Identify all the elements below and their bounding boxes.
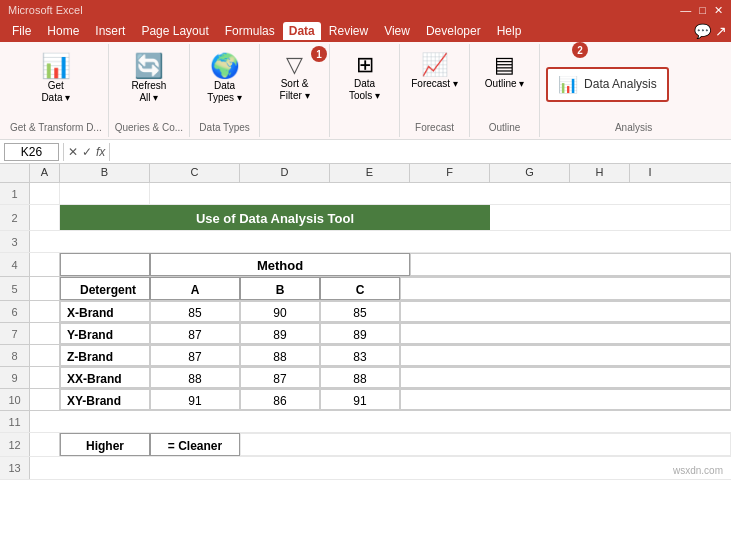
comment-icon[interactable]: 💬: [694, 23, 711, 39]
get-data-label: GetData ▾: [41, 80, 70, 104]
col-header-b[interactable]: B: [60, 164, 150, 182]
cell-b12-higher[interactable]: Higher: [60, 433, 150, 456]
cell-b4[interactable]: [60, 253, 150, 276]
cell-a2[interactable]: [30, 205, 60, 230]
col-header-g[interactable]: G: [490, 164, 570, 182]
forecast-btn[interactable]: 📈 Forecast ▾: [407, 48, 462, 94]
menu-data[interactable]: Data: [283, 22, 321, 40]
cell-rest-12[interactable]: [240, 433, 731, 456]
cell-c8[interactable]: 87: [150, 345, 240, 366]
cell-b7-label[interactable]: Y-Brand: [60, 323, 150, 344]
cell-a5[interactable]: [30, 277, 60, 300]
cell-c10[interactable]: 91: [150, 389, 240, 410]
cell-f9[interactable]: [400, 367, 731, 388]
col-header-a[interactable]: A: [30, 164, 60, 182]
cell-d8[interactable]: 88: [240, 345, 320, 366]
header-c[interactable]: C: [320, 277, 400, 300]
cell-row3[interactable]: [30, 231, 731, 252]
data-tools-btn[interactable]: ⊞ DataTools ▾: [345, 48, 384, 106]
cell-d6[interactable]: 90: [240, 301, 320, 322]
cell-e9[interactable]: 88: [320, 367, 400, 388]
spreadsheet-row-11: 11: [0, 411, 731, 433]
outline-btn[interactable]: ▤ Outline ▾: [481, 48, 528, 94]
header-a[interactable]: A: [150, 277, 240, 300]
cell-f10[interactable]: [400, 389, 731, 410]
cell-d10[interactable]: 86: [240, 389, 320, 410]
ribbon-group-get-transform: 📊 GetData ▾ Get & Transform D...: [4, 44, 109, 137]
data-analysis-btn[interactable]: 📊 Data Analysis: [546, 67, 669, 102]
get-data-btn[interactable]: 📊 GetData ▾: [37, 48, 75, 108]
cell-row11[interactable]: [30, 411, 731, 432]
maximize-btn[interactable]: □: [699, 4, 706, 17]
cell-c9[interactable]: 88: [150, 367, 240, 388]
col-header-f[interactable]: F: [410, 164, 490, 182]
menu-help[interactable]: Help: [489, 22, 530, 40]
cell-ref-box[interactable]: [4, 143, 59, 161]
col-header-e[interactable]: E: [330, 164, 410, 182]
cell-c6[interactable]: 85: [150, 301, 240, 322]
col-header-c[interactable]: C: [150, 164, 240, 182]
cell-a8[interactable]: [30, 345, 60, 366]
cell-g2[interactable]: [490, 205, 731, 230]
title-cell[interactable]: Use of Data Analysis Tool: [60, 205, 490, 230]
cell-d7[interactable]: 89: [240, 323, 320, 344]
cell-e7[interactable]: 89: [320, 323, 400, 344]
refresh-all-btn[interactable]: 🔄 RefreshAll ▾: [127, 48, 170, 108]
cell-c12-cleaner[interactable]: = Cleaner: [150, 433, 240, 456]
menu-home[interactable]: Home: [39, 22, 87, 40]
get-transform-group-label: Get & Transform D...: [10, 120, 102, 133]
cell-b8-label[interactable]: Z-Brand: [60, 345, 150, 366]
cell-e6[interactable]: 85: [320, 301, 400, 322]
cell-f8[interactable]: [400, 345, 731, 366]
close-btn[interactable]: ✕: [714, 4, 723, 17]
col-header-d[interactable]: D: [240, 164, 330, 182]
menu-formulas[interactable]: Formulas: [217, 22, 283, 40]
cell-e8[interactable]: 83: [320, 345, 400, 366]
cell-f4[interactable]: [410, 253, 731, 276]
col-header-h[interactable]: H: [570, 164, 630, 182]
menu-file[interactable]: File: [4, 22, 39, 40]
menu-insert[interactable]: Insert: [87, 22, 133, 40]
get-data-icon: 📊: [41, 52, 71, 80]
sort-filter-btn[interactable]: ▽ Sort &Filter ▾: [276, 48, 314, 106]
menu-page-layout[interactable]: Page Layout: [133, 22, 216, 40]
cell-e10[interactable]: 91: [320, 389, 400, 410]
menu-review[interactable]: Review: [321, 22, 376, 40]
spreadsheet-row-9: 9 XX-Brand 88 87 88: [0, 367, 731, 389]
cell-b10-label[interactable]: XY-Brand: [60, 389, 150, 410]
data-types-group-label: Data Types: [196, 120, 253, 133]
col-header-i[interactable]: I: [630, 164, 670, 182]
confirm-icon[interactable]: ✓: [82, 145, 92, 159]
cell-a1[interactable]: [30, 183, 60, 204]
menu-view[interactable]: View: [376, 22, 418, 40]
cell-a12[interactable]: [30, 433, 60, 456]
cell-f7[interactable]: [400, 323, 731, 344]
header-detergent[interactable]: Detergent: [60, 277, 150, 300]
menu-developer[interactable]: Developer: [418, 22, 489, 40]
row-num-5: 5: [0, 277, 30, 300]
cell-a7[interactable]: [30, 323, 60, 344]
cell-c1[interactable]: [150, 183, 731, 204]
cell-b1[interactable]: [60, 183, 150, 204]
row-num-2: 2: [0, 205, 30, 230]
cell-a4[interactable]: [30, 253, 60, 276]
cell-c7[interactable]: 87: [150, 323, 240, 344]
cell-f6[interactable]: [400, 301, 731, 322]
cancel-icon[interactable]: ✕: [68, 145, 78, 159]
cell-d9[interactable]: 87: [240, 367, 320, 388]
cell-b6-label[interactable]: X-Brand: [60, 301, 150, 322]
share-icon[interactable]: ↗: [715, 23, 727, 39]
cell-a10[interactable]: [30, 389, 60, 410]
cell-b9-label[interactable]: XX-Brand: [60, 367, 150, 388]
minimize-btn[interactable]: —: [680, 4, 691, 17]
data-types-btn[interactable]: 🌍 DataTypes ▾: [203, 48, 245, 108]
cell-f5[interactable]: [400, 277, 731, 300]
function-icon[interactable]: fx: [96, 145, 105, 159]
cell-a9[interactable]: [30, 367, 60, 388]
formula-input[interactable]: [114, 143, 727, 161]
header-b[interactable]: B: [240, 277, 320, 300]
data-types-label: DataTypes ▾: [207, 80, 241, 104]
cell-method[interactable]: Method: [150, 253, 410, 276]
cell-a6[interactable]: [30, 301, 60, 322]
cell-row13[interactable]: [30, 457, 731, 479]
